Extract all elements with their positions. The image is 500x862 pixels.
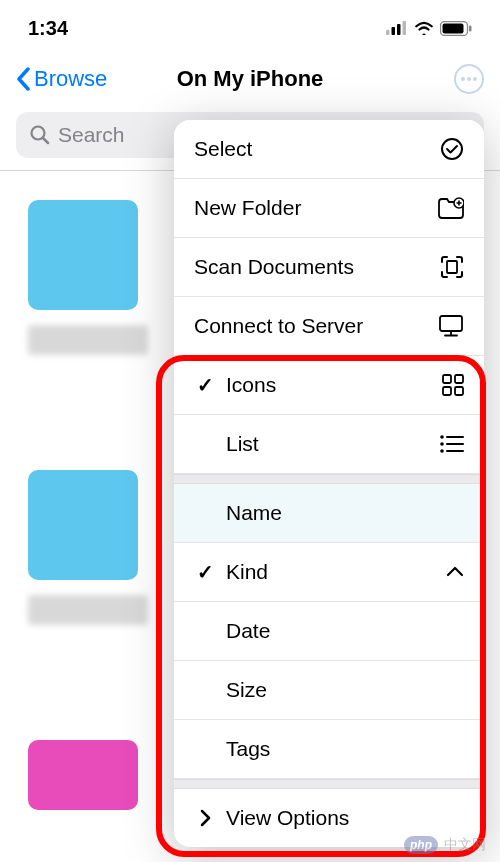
folder-thumbnail bbox=[28, 200, 138, 310]
menu-separator bbox=[174, 474, 484, 484]
menu-label: Kind bbox=[226, 560, 268, 584]
back-button[interactable]: Browse bbox=[16, 66, 107, 92]
svg-rect-3 bbox=[403, 21, 407, 35]
svg-point-7 bbox=[461, 77, 465, 81]
menu-view-icons[interactable]: ✓ Icons bbox=[174, 356, 484, 415]
menu-label: List bbox=[226, 432, 259, 456]
svg-rect-2 bbox=[397, 24, 401, 35]
chevron-left-icon bbox=[16, 67, 32, 91]
svg-rect-21 bbox=[455, 375, 463, 383]
watermark-text: 中文网 bbox=[444, 836, 486, 854]
menu-select[interactable]: Select bbox=[174, 120, 484, 179]
checkmark-icon: ✓ bbox=[194, 560, 216, 584]
select-circle-icon bbox=[440, 137, 464, 161]
back-label: Browse bbox=[34, 66, 107, 92]
menu-label: Name bbox=[226, 501, 282, 525]
menu-label: Icons bbox=[226, 373, 276, 397]
new-folder-icon bbox=[438, 197, 464, 219]
menu-label: Tags bbox=[226, 737, 270, 761]
svg-point-26 bbox=[440, 442, 444, 446]
cellular-icon bbox=[386, 21, 408, 35]
ellipsis-icon bbox=[461, 77, 477, 81]
menu-scan-documents[interactable]: Scan Documents bbox=[174, 238, 484, 297]
svg-point-24 bbox=[440, 435, 444, 439]
menu-new-folder[interactable]: New Folder bbox=[174, 179, 484, 238]
checkmark-icon: ✓ bbox=[194, 373, 216, 397]
folder-thumbnail bbox=[28, 740, 138, 810]
menu-separator bbox=[174, 779, 484, 789]
watermark: php 中文网 bbox=[404, 836, 486, 854]
search-placeholder: Search bbox=[58, 123, 125, 147]
menu-label: Select bbox=[194, 137, 252, 161]
php-logo-icon: php bbox=[404, 836, 438, 854]
svg-point-8 bbox=[467, 77, 471, 81]
folder-thumbnail bbox=[28, 470, 138, 580]
menu-sort-tags[interactable]: Tags bbox=[174, 720, 484, 779]
svg-rect-16 bbox=[447, 261, 457, 273]
svg-rect-17 bbox=[440, 316, 462, 331]
chevron-right-icon bbox=[194, 809, 216, 827]
menu-sort-date[interactable]: Date bbox=[174, 602, 484, 661]
battery-icon bbox=[440, 21, 472, 36]
menu-sort-name[interactable]: Name bbox=[174, 484, 484, 543]
svg-rect-22 bbox=[443, 387, 451, 395]
svg-rect-5 bbox=[443, 23, 464, 33]
more-button[interactable] bbox=[454, 64, 484, 94]
menu-label: Size bbox=[226, 678, 267, 702]
svg-line-11 bbox=[43, 138, 48, 143]
menu-sort-size[interactable]: Size bbox=[174, 661, 484, 720]
wifi-icon bbox=[414, 21, 434, 35]
menu-label: Date bbox=[226, 619, 270, 643]
grid-icon bbox=[442, 374, 464, 396]
context-menu: Select New Folder Scan Documents Connect… bbox=[174, 120, 484, 847]
svg-point-12 bbox=[442, 139, 462, 159]
svg-rect-20 bbox=[443, 375, 451, 383]
svg-rect-23 bbox=[455, 387, 463, 395]
status-time: 1:34 bbox=[28, 17, 68, 40]
status-icons bbox=[386, 21, 472, 36]
page-title: On My iPhone bbox=[177, 66, 324, 92]
menu-sort-kind[interactable]: ✓ Kind bbox=[174, 543, 484, 602]
menu-label: Scan Documents bbox=[194, 255, 354, 279]
svg-rect-0 bbox=[386, 30, 390, 35]
menu-connect-server[interactable]: Connect to Server bbox=[174, 297, 484, 356]
list-icon bbox=[440, 435, 464, 453]
scan-icon bbox=[440, 255, 464, 279]
background-content bbox=[28, 200, 138, 862]
chevron-up-icon bbox=[446, 566, 464, 578]
server-icon bbox=[438, 315, 464, 337]
status-bar: 1:34 bbox=[0, 0, 500, 50]
svg-rect-1 bbox=[392, 27, 396, 35]
menu-label: Connect to Server bbox=[194, 314, 363, 338]
svg-rect-6 bbox=[469, 25, 472, 31]
menu-label: View Options bbox=[226, 806, 349, 830]
menu-label: New Folder bbox=[194, 196, 301, 220]
svg-point-28 bbox=[440, 449, 444, 453]
svg-point-9 bbox=[473, 77, 477, 81]
search-icon bbox=[30, 125, 50, 145]
menu-view-list[interactable]: List bbox=[174, 415, 484, 474]
nav-bar: Browse On My iPhone bbox=[0, 50, 500, 108]
